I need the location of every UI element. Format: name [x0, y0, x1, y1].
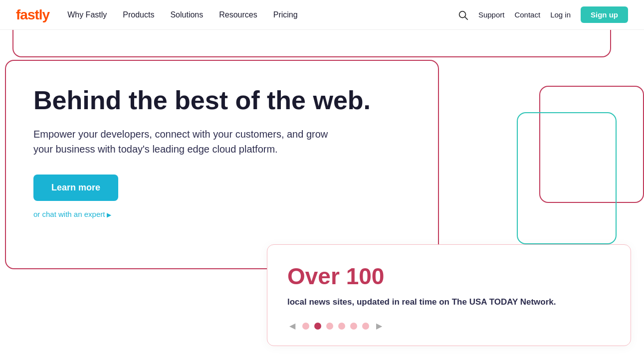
- nav-right: Support Contact Log in Sign up: [457, 6, 628, 23]
- search-button[interactable]: [457, 9, 468, 20]
- carousel-dot-5[interactable]: [350, 323, 357, 330]
- main-content: Behind the best of the web. Empower your…: [0, 30, 644, 356]
- learn-more-button[interactable]: Learn more: [33, 175, 118, 201]
- contact-link[interactable]: Contact: [514, 10, 540, 19]
- nav-item-solutions[interactable]: Solutions: [170, 10, 203, 19]
- signup-button[interactable]: Sign up: [581, 6, 628, 23]
- hero-title: Behind the best of the web.: [33, 86, 411, 116]
- support-link[interactable]: Support: [478, 10, 505, 19]
- nav-item-products[interactable]: Products: [123, 10, 154, 19]
- svg-line-1: [465, 17, 467, 19]
- hero-subtitle: Empower your developers, connect with yo…: [33, 127, 343, 157]
- carousel-dot-1[interactable]: [302, 323, 309, 330]
- stats-description: local news sites, updated in real time o…: [287, 296, 577, 309]
- nav-links: Why Fastly Products Solutions Resources …: [67, 10, 457, 19]
- hero-card: Behind the best of the web. Empower your…: [5, 60, 439, 269]
- deco-top-bar: [12, 30, 611, 57]
- navbar: fastly Why Fastly Products Solutions Res…: [0, 0, 644, 30]
- logo[interactable]: fastly: [16, 7, 49, 23]
- chat-expert-link[interactable]: or chat with an expert: [33, 210, 411, 218]
- carousel-dot-4[interactable]: [338, 323, 345, 330]
- carousel-next-button[interactable]: ▶: [374, 320, 384, 332]
- search-icon: [457, 9, 468, 20]
- stats-card: Over 100 local news sites, updated in re…: [267, 244, 631, 347]
- nav-item-why-fastly[interactable]: Why Fastly: [67, 10, 107, 19]
- nav-item-resources[interactable]: Resources: [219, 10, 257, 19]
- carousel-dot-2[interactable]: [314, 323, 321, 330]
- carousel-controls: ◀ ▶: [287, 320, 611, 332]
- nav-item-pricing[interactable]: Pricing: [273, 10, 298, 19]
- carousel-dot-6[interactable]: [362, 323, 369, 330]
- carousel-dot-3[interactable]: [326, 323, 333, 330]
- stats-number: Over 100: [287, 263, 611, 290]
- carousel-prev-button[interactable]: ◀: [287, 320, 297, 332]
- deco-teal-square: [517, 112, 617, 244]
- login-link[interactable]: Log in: [550, 10, 571, 19]
